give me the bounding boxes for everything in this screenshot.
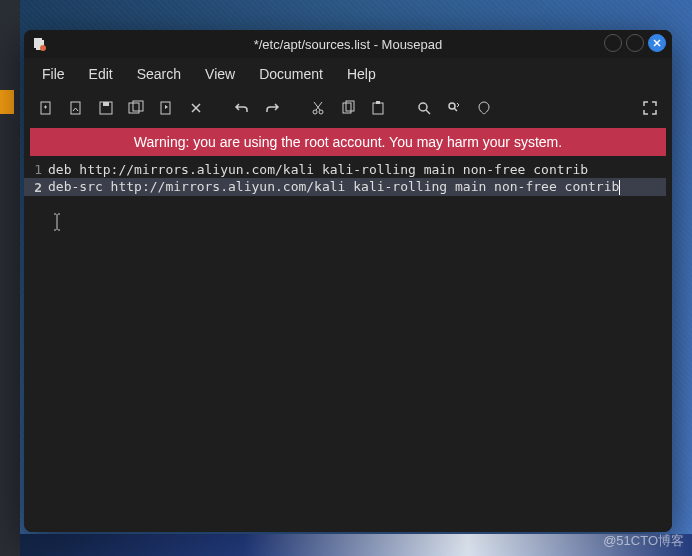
- menu-edit[interactable]: Edit: [79, 62, 123, 86]
- svg-rect-13: [376, 101, 380, 104]
- goto-button[interactable]: [470, 94, 498, 122]
- line-number: 2: [24, 180, 48, 195]
- minimize-button[interactable]: [604, 34, 622, 52]
- titlebar: */etc/apt/sources.list - Mousepad: [24, 30, 672, 58]
- ibeam-cursor-icon: [52, 213, 62, 235]
- find-button[interactable]: [410, 94, 438, 122]
- menu-file[interactable]: File: [32, 62, 75, 86]
- revert-button[interactable]: [152, 94, 180, 122]
- svg-point-0: [40, 45, 46, 51]
- new-file-button[interactable]: [32, 94, 60, 122]
- svg-point-14: [419, 103, 427, 111]
- editor-line: 2 deb-src http://mirrors.aliyun.com/kali…: [24, 178, 666, 196]
- watermark: @51CTO博客: [603, 532, 684, 550]
- editor-line: 1 deb http://mirrors.aliyun.com/kali kal…: [24, 160, 672, 178]
- find-replace-button[interactable]: [440, 94, 468, 122]
- menu-help[interactable]: Help: [337, 62, 386, 86]
- close-button[interactable]: [648, 34, 666, 52]
- line-number: 1: [24, 162, 48, 177]
- desktop-strip: [20, 534, 692, 556]
- menu-document[interactable]: Document: [249, 62, 333, 86]
- undo-button[interactable]: [228, 94, 256, 122]
- app-window: */etc/apt/sources.list - Mousepad File E…: [24, 30, 672, 532]
- svg-point-8: [313, 110, 317, 114]
- redo-button[interactable]: [258, 94, 286, 122]
- toolbar: [24, 90, 672, 126]
- warning-banner: Warning: you are using the root account.…: [30, 128, 666, 156]
- line-content[interactable]: deb http://mirrors.aliyun.com/kali kali-…: [48, 162, 588, 177]
- svg-point-9: [319, 110, 323, 114]
- menu-search[interactable]: Search: [127, 62, 191, 86]
- maximize-button[interactable]: [626, 34, 644, 52]
- window-title: */etc/apt/sources.list - Mousepad: [254, 37, 443, 52]
- close-file-button[interactable]: [182, 94, 210, 122]
- cut-button[interactable]: [304, 94, 332, 122]
- paste-button[interactable]: [364, 94, 392, 122]
- open-file-button[interactable]: [62, 94, 90, 122]
- save-button[interactable]: [92, 94, 120, 122]
- svg-rect-12: [373, 103, 383, 114]
- text-editor[interactable]: 1 deb http://mirrors.aliyun.com/kali kal…: [24, 158, 672, 532]
- menubar: File Edit Search View Document Help: [24, 58, 672, 90]
- fullscreen-button[interactable]: [636, 94, 664, 122]
- save-as-button[interactable]: [122, 94, 150, 122]
- app-icon: [32, 36, 48, 52]
- copy-button[interactable]: [334, 94, 362, 122]
- text-cursor: [619, 180, 620, 195]
- line-content[interactable]: deb-src http://mirrors.aliyun.com/kali k…: [48, 179, 620, 195]
- menu-view[interactable]: View: [195, 62, 245, 86]
- svg-rect-4: [103, 102, 109, 106]
